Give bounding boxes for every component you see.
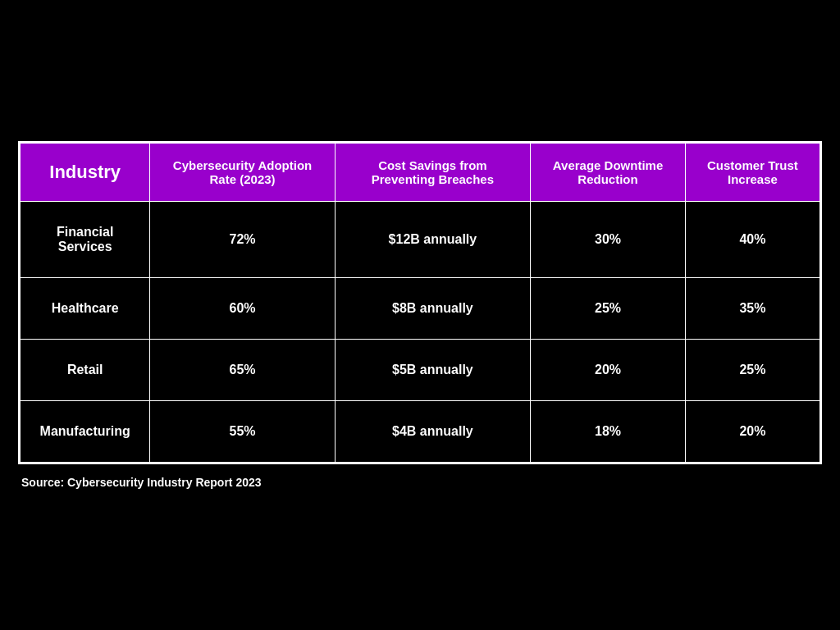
- cell-customer_trust-2: 25%: [685, 340, 819, 401]
- cell-industry-1: Healthcare: [21, 278, 150, 340]
- cell-downtime_reduction-3: 18%: [531, 401, 686, 463]
- cell-cost_savings-2: $5B annually: [335, 340, 530, 401]
- cell-cost_savings-3: $4B annually: [335, 401, 530, 463]
- col-header-cost-savings: Cost Savings from Preventing Breaches: [335, 144, 530, 202]
- cell-adoption_rate-3: 55%: [150, 401, 335, 463]
- cell-downtime_reduction-0: 30%: [531, 202, 686, 278]
- cell-industry-3: Manufacturing: [21, 401, 150, 463]
- source-citation: Source: Cybersecurity Industry Report 20…: [18, 476, 822, 489]
- cell-customer_trust-3: 20%: [685, 401, 819, 463]
- col-header-adoption-rate: Cybersecurity Adoption Rate (2023): [150, 144, 335, 202]
- cell-cost_savings-0: $12B annually: [335, 202, 530, 278]
- col-header-downtime-reduction: Average Downtime Reduction: [531, 144, 686, 202]
- col-header-industry: Industry: [21, 144, 150, 202]
- cell-adoption_rate-1: 60%: [150, 278, 335, 340]
- table-row: Manufacturing55%$4B annually18%20%: [21, 401, 820, 463]
- table-row: Financial Services72%$12B annually30%40%: [21, 202, 820, 278]
- table-row: Healthcare60%$8B annually25%35%: [21, 278, 820, 340]
- main-container: Industry Cybersecurity Adoption Rate (20…: [18, 141, 822, 489]
- data-table: Industry Cybersecurity Adoption Rate (20…: [20, 143, 820, 463]
- table-header-row: Industry Cybersecurity Adoption Rate (20…: [21, 144, 820, 202]
- cell-downtime_reduction-1: 25%: [531, 278, 686, 340]
- cell-industry-0: Financial Services: [21, 202, 150, 278]
- cell-adoption_rate-0: 72%: [150, 202, 335, 278]
- cell-industry-2: Retail: [21, 340, 150, 401]
- cell-cost_savings-1: $8B annually: [335, 278, 530, 340]
- table-wrapper: Industry Cybersecurity Adoption Rate (20…: [18, 141, 822, 464]
- col-header-customer-trust: Customer Trust Increase: [685, 144, 819, 202]
- cell-customer_trust-0: 40%: [685, 202, 819, 278]
- cell-adoption_rate-2: 65%: [150, 340, 335, 401]
- cell-customer_trust-1: 35%: [685, 278, 819, 340]
- cell-downtime_reduction-2: 20%: [531, 340, 686, 401]
- table-row: Retail65%$5B annually20%25%: [21, 340, 820, 401]
